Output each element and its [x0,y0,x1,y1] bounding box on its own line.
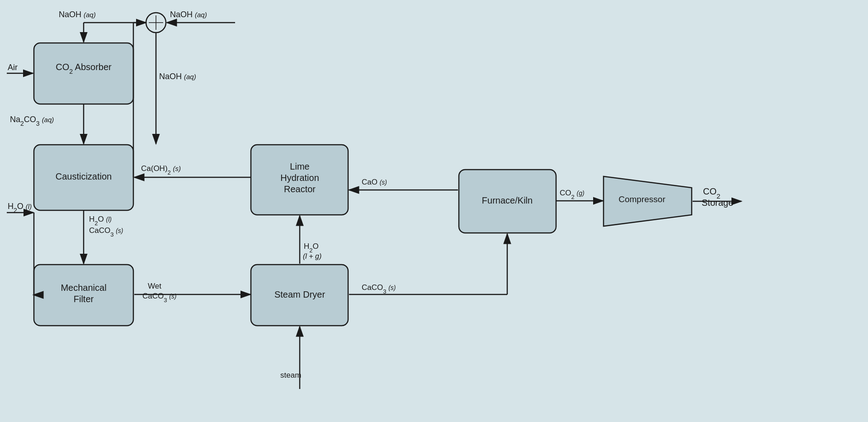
lime-hydration-label1: Lime [290,161,309,171]
furnace-kiln-label: Furnace/Kiln [482,195,533,205]
na2co3-label: Na2CO3 (aq) [10,115,54,127]
steam-dryer-label: Steam Dryer [274,289,326,299]
caoh2-label: Ca(OH)2 (s) [141,164,181,176]
wet-caco3-label: CaCO3 (s) [142,292,177,303]
mechanical-filter-label: Mechanical [61,283,106,293]
diagram-container: CO2 Absorber Causticization Mechanical F… [0,0,868,422]
naoh-tl-label: NaOH (aq) [59,10,96,19]
co2-storage-label2: Storage [702,198,733,208]
compressor-label: Compressor [618,194,665,204]
h2o-l-label: H2O (l) [89,215,112,227]
lime-hydration-label2: Hydration [280,173,319,183]
mechanical-filter-label2: Filter [74,294,94,304]
cao-label: CaO (s) [362,178,387,186]
caco3-furnace-label: CaCO3 (s) [362,283,396,295]
air-label: Air [8,63,18,72]
wet-label: Wet [148,282,161,290]
naoh-aq-side-label: NaOH (aq) [159,72,196,81]
co2-g-label: CO2 (g) [560,189,585,200]
causticization-label: Causticization [56,171,112,181]
h2o-lg-label2: (l + g) [303,252,321,260]
co2-absorber-box [34,43,133,104]
naoh-tr-label: NaOH (aq) [170,10,207,19]
h2o-lg-label: H2O [304,242,319,254]
steam-label: steam [280,371,301,379]
caco3-s-label: CaCO3 (s) [89,226,123,238]
lime-hydration-label3: Reactor [284,184,316,194]
